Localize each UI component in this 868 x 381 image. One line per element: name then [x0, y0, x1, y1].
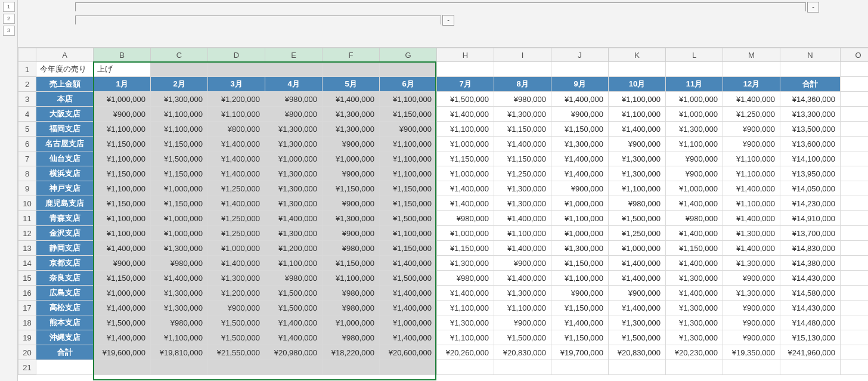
cell-r4-m5[interactable]: ¥1,300,000 [323, 107, 380, 122]
row-header-21[interactable]: 21 [18, 360, 36, 375]
cell-r14-m11[interactable]: ¥1,400,000 [666, 256, 723, 271]
cell-r12-m8[interactable]: ¥1,100,000 [494, 226, 551, 241]
row-header-9[interactable]: 9 [18, 181, 36, 196]
cell-r8-m3[interactable]: ¥1,400,000 [208, 166, 265, 181]
cell-r7-m12[interactable]: ¥1,100,000 [723, 151, 780, 166]
cell-r7-m2[interactable]: ¥1,500,000 [151, 151, 208, 166]
cell-r18-m4[interactable]: ¥1,400,000 [265, 315, 323, 330]
cell-r5-m4[interactable]: ¥1,300,000 [265, 122, 323, 137]
cell-r10-m8[interactable]: ¥1,300,000 [494, 196, 551, 211]
cell-r17-m4[interactable]: ¥1,500,000 [265, 301, 323, 315]
row-header-1[interactable]: 1 [18, 62, 36, 77]
total-10[interactable]: ¥20,830,000 [609, 345, 666, 360]
header-month-8[interactable]: 8月 [494, 77, 551, 92]
cell-r16-m2[interactable]: ¥1,300,000 [151, 286, 208, 301]
row-header-7[interactable]: 7 [18, 151, 36, 166]
cell-r10-m2[interactable]: ¥1,150,000 [151, 196, 208, 211]
cell-r10-m3[interactable]: ¥1,400,000 [208, 196, 265, 211]
cell-M21[interactable] [723, 360, 780, 375]
cell-r7-m9[interactable]: ¥1,400,000 [551, 151, 609, 166]
header-month-9[interactable]: 9月 [551, 77, 609, 92]
cell-r16-m6[interactable]: ¥1,400,000 [380, 286, 437, 301]
cell-K1[interactable] [609, 62, 666, 77]
cell-r10-m1[interactable]: ¥1,150,000 [94, 196, 151, 211]
rowlabel-15[interactable]: 熊本支店 [36, 315, 94, 330]
cell-r6-m9[interactable]: ¥1,300,000 [551, 137, 609, 151]
cell-H1[interactable] [437, 62, 494, 77]
cell-E1[interactable] [265, 62, 323, 77]
cell-O3[interactable] [841, 92, 869, 107]
cell-B1-active[interactable]: 上げ [94, 62, 151, 77]
cell-r13-m3[interactable]: ¥1,000,000 [208, 241, 265, 256]
cell-O20[interactable] [841, 345, 869, 360]
cell-r7-m8[interactable]: ¥1,150,000 [494, 151, 551, 166]
cell-r17-m5[interactable]: ¥980,000 [323, 301, 380, 315]
cell-r7-m5[interactable]: ¥1,000,000 [323, 151, 380, 166]
cell-r13-m9[interactable]: ¥1,300,000 [551, 241, 609, 256]
cell-r17-m11[interactable]: ¥1,300,000 [666, 301, 723, 315]
cell-O11[interactable] [841, 211, 869, 226]
row-header-13[interactable]: 13 [18, 241, 36, 256]
cell-r6-m11[interactable]: ¥1,100,000 [666, 137, 723, 151]
col-header-A[interactable]: A [36, 48, 94, 62]
header-month-3[interactable]: 3月 [208, 77, 265, 92]
cell-r15-m4[interactable]: ¥980,000 [265, 271, 323, 286]
cell-O21[interactable] [841, 360, 869, 375]
cell-r11-m1[interactable]: ¥1,100,000 [94, 211, 151, 226]
cell-I21[interactable] [494, 360, 551, 375]
cell-r15-m1[interactable]: ¥1,150,000 [94, 271, 151, 286]
cell-r9-m5[interactable]: ¥1,150,000 [323, 181, 380, 196]
cell-O1[interactable] [841, 62, 869, 77]
cell-r4-m11[interactable]: ¥1,000,000 [666, 107, 723, 122]
cell-r17-m10[interactable]: ¥1,400,000 [609, 301, 666, 315]
cell-r12-m2[interactable]: ¥1,000,000 [151, 226, 208, 241]
cell-r14-m2[interactable]: ¥980,000 [151, 256, 208, 271]
cell-r10-m11[interactable]: ¥1,400,000 [666, 196, 723, 211]
cell-r4-total[interactable]: ¥13,300,000 [780, 107, 841, 122]
cell-r13-m5[interactable]: ¥980,000 [323, 241, 380, 256]
cell-J1[interactable] [551, 62, 609, 77]
cell-r8-m1[interactable]: ¥1,150,000 [94, 166, 151, 181]
cell-r8-m4[interactable]: ¥1,300,000 [265, 166, 323, 181]
col-header-O[interactable]: O [841, 48, 869, 62]
cell-r15-total[interactable]: ¥14,430,000 [780, 271, 841, 286]
col-header-C[interactable]: C [151, 48, 208, 62]
cell-r18-m10[interactable]: ¥1,300,000 [609, 315, 666, 330]
row-header-11[interactable]: 11 [18, 211, 36, 226]
col-header-E[interactable]: E [265, 48, 323, 62]
cell-r3-m10[interactable]: ¥1,100,000 [609, 92, 666, 107]
cell-r12-m1[interactable]: ¥1,100,000 [94, 226, 151, 241]
cell-A21[interactable] [36, 360, 94, 375]
row-header-10[interactable]: 10 [18, 196, 36, 211]
col-header-G[interactable]: G [380, 48, 437, 62]
cell-C1[interactable] [151, 62, 208, 77]
cell-r4-m6[interactable]: ¥1,150,000 [380, 107, 437, 122]
cell-r10-m12[interactable]: ¥1,100,000 [723, 196, 780, 211]
cell-r15-m11[interactable]: ¥1,300,000 [666, 271, 723, 286]
cell-r13-m2[interactable]: ¥1,300,000 [151, 241, 208, 256]
cell-A1[interactable]: 今年度の売り [36, 62, 94, 77]
cell-r16-m7[interactable]: ¥1,400,000 [437, 286, 494, 301]
cell-r13-total[interactable]: ¥14,830,000 [780, 241, 841, 256]
cell-r10-m9[interactable]: ¥1,000,000 [551, 196, 609, 211]
cell-O7[interactable] [841, 151, 869, 166]
cell-r16-m5[interactable]: ¥980,000 [323, 286, 380, 301]
rowlabel-6[interactable]: 神戸支店 [36, 181, 94, 196]
cell-r16-m4[interactable]: ¥1,500,000 [265, 286, 323, 301]
cell-D21[interactable] [208, 360, 265, 375]
cell-r8-m10[interactable]: ¥1,300,000 [609, 166, 666, 181]
total-12[interactable]: ¥19,350,000 [723, 345, 780, 360]
cell-r18-m5[interactable]: ¥1,000,000 [323, 315, 380, 330]
cell-r14-m4[interactable]: ¥1,100,000 [265, 256, 323, 271]
cell-r9-m11[interactable]: ¥1,000,000 [666, 181, 723, 196]
cell-r12-total[interactable]: ¥13,700,000 [780, 226, 841, 241]
cell-O14[interactable] [841, 256, 869, 271]
col-header-L[interactable]: L [666, 48, 723, 62]
cell-r3-m1[interactable]: ¥1,000,000 [94, 92, 151, 107]
cell-O16[interactable] [841, 286, 869, 301]
cell-r14-m6[interactable]: ¥1,400,000 [380, 256, 437, 271]
cell-r11-m3[interactable]: ¥1,250,000 [208, 211, 265, 226]
header-total[interactable]: 合計 [780, 77, 841, 92]
cell-r15-m7[interactable]: ¥980,000 [437, 271, 494, 286]
cell-N1[interactable] [780, 62, 841, 77]
